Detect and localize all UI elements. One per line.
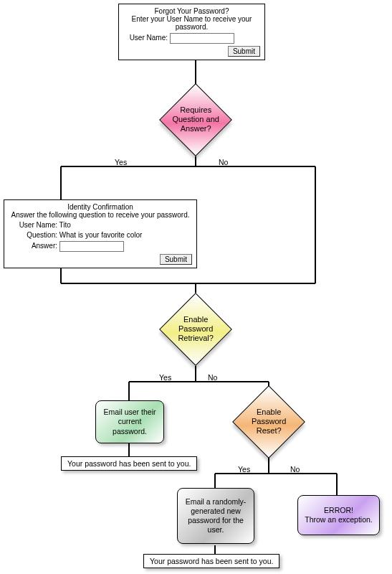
identity-panel: Identity Confirmation Answer the followi… [4, 199, 197, 268]
user-name-label: User Name: [123, 34, 168, 42]
forgot-title: Forgot Your Password? [123, 7, 260, 15]
identity-title: Identity Confirmation [9, 203, 192, 211]
edge-label-yes: Yes [115, 158, 127, 166]
action-error: ERROR! Throw an exception. [297, 495, 380, 535]
identity-user-label: User Name: [9, 221, 57, 229]
user-name-input[interactable] [170, 33, 234, 44]
forgot-subtitle: Enter your User Name to receive your pas… [123, 15, 260, 31]
edge-label-no: No [290, 465, 300, 474]
forgot-password-panel: Forgot Your Password? Enter your User Na… [118, 4, 265, 60]
decision-requires-qna: Requires Question and Answer? [159, 83, 232, 156]
result-sent-2: Your password has been sent to you. [143, 554, 279, 568]
identity-answer-label: Answer: [9, 242, 57, 250]
decision-enable-retrieval: Enable Password Retrieval? [159, 293, 232, 366]
identity-user-value: Tito [59, 221, 71, 229]
edge-label-yes: Yes [159, 373, 171, 382]
identity-question-value: What is your favorite color [59, 231, 143, 239]
result-sent-1: Your password has been sent to you. [61, 456, 197, 471]
identity-answer-input[interactable] [59, 241, 124, 252]
edge-label-yes: Yes [238, 465, 250, 474]
edge-label-no: No [219, 158, 228, 166]
decision-enable-reset: Enable Password Reset? [232, 385, 305, 458]
action-email-new: Email a randomly-generated new password … [177, 488, 254, 544]
identity-submit-button[interactable]: Submit [160, 254, 192, 265]
identity-question-label: Question: [9, 231, 57, 239]
forgot-submit-button[interactable]: Submit [228, 46, 260, 57]
edge-label-no: No [208, 373, 217, 382]
action-email-current: Email user their current password. [95, 400, 164, 443]
identity-subtitle: Answer the following question to receive… [9, 211, 192, 219]
